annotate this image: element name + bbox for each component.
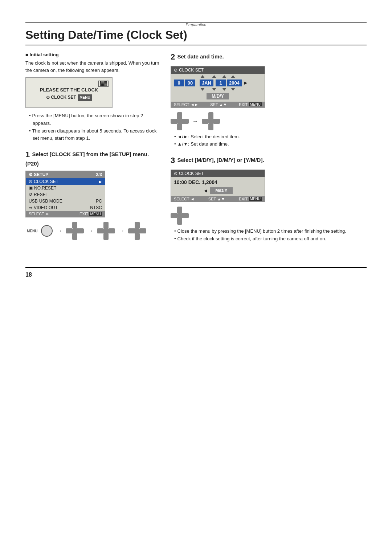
battery-icon: ▓▓▓ bbox=[98, 81, 109, 87]
triangle-up-4 bbox=[231, 75, 235, 78]
mdy-box: M/D/Y bbox=[207, 93, 229, 99]
year-segment: 2004 bbox=[227, 80, 242, 86]
setup-menu: ⚙ SETUP 2/3 ⊙ CLOCK SET ▶ ▣ NO.RESET bbox=[25, 171, 105, 217]
setup-menu-header: ⚙ SETUP 2/3 bbox=[26, 171, 105, 178]
min-segment: 00 bbox=[185, 80, 195, 86]
step3-footer: SELECT ◄ SET ▲▼ EXIT MENU bbox=[171, 196, 265, 202]
step2-heading: 2 Set date and time. bbox=[171, 52, 367, 62]
setup-menu-footer: SELECT ⇔ EXITMENU bbox=[26, 211, 105, 217]
triangle-up-1 bbox=[200, 75, 205, 78]
step3-clock-screen: ⊙ CLOCK SET 10:00 DEC. 1,2004 ◄ M/D/Y SE… bbox=[171, 170, 265, 202]
triangle-down-3 bbox=[222, 88, 226, 91]
step3-heading: 3 Select [M/D/Y], [D/M/Y] or [Y/M/D]. bbox=[171, 155, 367, 166]
initial-setting-heading: Initial setting bbox=[25, 52, 160, 57]
camera-screen-text: PLEASE SET THE CLOCK ⊙ CLOCK SET MENU bbox=[33, 86, 105, 101]
triangle-down-4 bbox=[231, 88, 235, 91]
dpad-step2-1 bbox=[171, 112, 189, 130]
section-label: Preparation bbox=[25, 23, 367, 27]
step3-section: 3 Select [M/D/Y], [D/M/Y] or [Y/M/D]. ⊙ … bbox=[171, 155, 367, 243]
step2-clock-header: ⊙ CLOCK SET bbox=[171, 66, 265, 74]
triangle-down-1 bbox=[200, 88, 205, 91]
menu-item-usb: USB USB MODE PC bbox=[26, 198, 105, 204]
menu-box: MENU bbox=[78, 94, 91, 101]
step3-bullets: Close the menu by pressing the [MENU] bu… bbox=[171, 228, 367, 243]
step3-clock-header: ⊙ CLOCK SET bbox=[171, 170, 265, 177]
dpad-1 bbox=[66, 222, 84, 240]
triangle-down-2 bbox=[212, 88, 216, 91]
step1-heading: 1 Select [CLOCK SET] from the [SETUP] me… bbox=[25, 150, 160, 167]
right-column: 2 Set date and time. ⊙ CLOCK SET 0 00 bbox=[171, 52, 367, 256]
clock-icon-inline: ⊙ bbox=[46, 95, 50, 100]
dpad-step3 bbox=[171, 207, 189, 225]
camera-screen-mockup: ▓▓▓ PLEASE SET THE CLOCK ⊙ CLOCK SET MEN… bbox=[25, 77, 113, 108]
step3-bullet-1: Close the menu by pressing the [MENU] bu… bbox=[174, 228, 367, 235]
page-number: 18 bbox=[25, 267, 367, 278]
step2-section: 2 Set date and time. ⊙ CLOCK SET 0 00 bbox=[171, 52, 367, 148]
step2-bullet-1: ◄/►: Select the desired item. bbox=[174, 133, 367, 141]
menu-label: MENU bbox=[27, 229, 37, 233]
step2-bullets: ◄/►: Select the desired item. ▲/▼: Set d… bbox=[171, 133, 367, 148]
step2-nav-diagram: → bbox=[171, 112, 367, 130]
mdy-row: M/D/Y bbox=[171, 92, 265, 100]
bullet-1: Press the [MENU] button, the screen show… bbox=[29, 112, 160, 127]
triangle-up-3 bbox=[222, 75, 226, 78]
step3-mdy-box: M/D/Y bbox=[210, 187, 232, 194]
step2-date-row: 0 00 JAN 1 2004 ▶ bbox=[171, 78, 265, 88]
left-column: Initial setting The clock is not set whe… bbox=[25, 52, 160, 256]
dpad-3 bbox=[128, 222, 146, 240]
menu-item-reset: ↺ RESET bbox=[26, 191, 105, 198]
step3-bullet-2: Check if the clock setting is correct, a… bbox=[174, 235, 367, 243]
page-title: Setting Date/Time (Clock Set) bbox=[25, 28, 367, 45]
step2-bullet-2: ▲/▼: Set date and time. bbox=[174, 140, 367, 148]
step1-section: 1 Select [CLOCK SET] from the [SETUP] me… bbox=[25, 150, 160, 249]
clock-set-line: ⊙ CLOCK SET MENU bbox=[33, 94, 105, 101]
initial-setting-bullets: Press the [MENU] button, the screen show… bbox=[25, 112, 160, 142]
please-set-text: PLEASE SET THE CLOCK bbox=[33, 86, 105, 94]
month-segment: JAN bbox=[200, 80, 213, 86]
hour-segment: 0 bbox=[174, 80, 184, 86]
step3-nav-diagram bbox=[171, 207, 367, 225]
menu-item-clock-set: ⊙ CLOCK SET ▶ bbox=[26, 178, 105, 185]
step1-nav-diagram: MENU → → → bbox=[25, 222, 160, 240]
dpad-step2-2 bbox=[202, 112, 220, 130]
dpad-2 bbox=[97, 222, 115, 240]
intro-text: The clock is not set when the camera is … bbox=[25, 60, 160, 74]
menu-item-no-reset: ▣ NO.RESET bbox=[26, 185, 105, 191]
triangle-up-2 bbox=[212, 75, 216, 78]
menu-item-video: ⇒ VIDEO OUT NTSC bbox=[26, 204, 105, 211]
main-content: Initial setting The clock is not set whe… bbox=[25, 52, 367, 256]
day-segment: 1 bbox=[216, 80, 226, 86]
menu-circle-button bbox=[41, 225, 53, 237]
step3-mdy-row: ◄ M/D/Y bbox=[171, 187, 265, 195]
step2-footer: SELECT ◄► SET ▲▼ EXIT MENU bbox=[171, 102, 265, 107]
step2-clock-screen: ⊙ CLOCK SET 0 00 JAN 1 2004 bbox=[171, 66, 265, 108]
step3-datetime: 10:00 DEC. 1,2004 bbox=[171, 177, 265, 187]
initial-setting-section: Initial setting The clock is not set whe… bbox=[25, 52, 160, 142]
bullet-2: The screen disappears in about 5 seconds… bbox=[29, 127, 160, 143]
